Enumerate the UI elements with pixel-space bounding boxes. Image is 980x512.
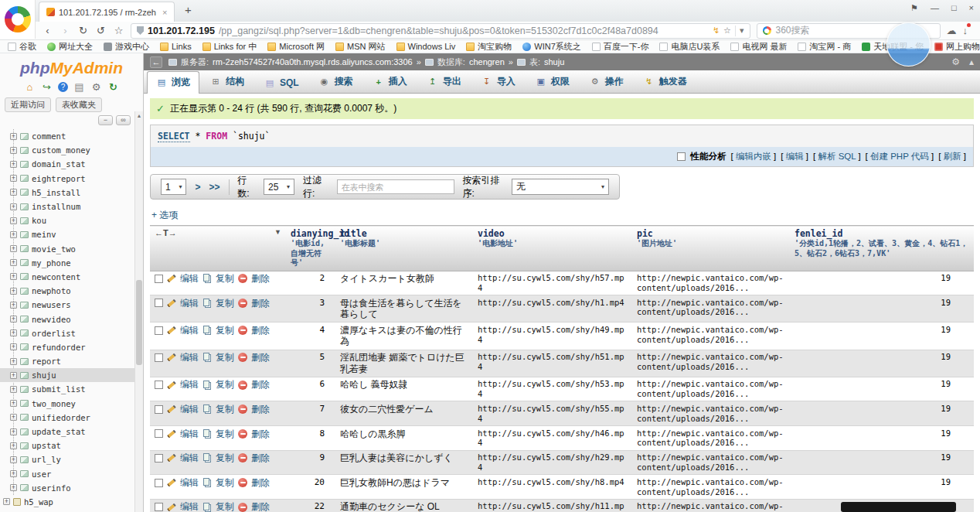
delete-link[interactable]: 删除 (251, 428, 270, 440)
edit-link[interactable]: 编辑 (180, 325, 199, 336)
expand-icon[interactable] (10, 470, 17, 477)
table-name[interactable]: kou (32, 216, 46, 225)
bookmark-item[interactable]: 网址大全 (47, 41, 93, 53)
sidebar-table-item[interactable]: newvideo (0, 312, 143, 326)
expand-icon[interactable] (10, 259, 17, 266)
table-name[interactable]: two_money (32, 399, 76, 408)
pma-tab[interactable]: 导入 (472, 70, 525, 93)
scroll-up-icon[interactable]: ▲ (135, 111, 143, 118)
browser-float-ball[interactable] (886, 22, 931, 67)
collapse-all-button[interactable]: − (98, 115, 113, 125)
edit-link[interactable]: 编辑 (180, 298, 199, 309)
sidebar-table-item[interactable]: unifiedorder (0, 411, 143, 425)
expand-icon[interactable] (3, 498, 10, 505)
expand-icon[interactable] (10, 203, 17, 210)
skin-icon[interactable]: ⚑ (910, 3, 918, 13)
table-name[interactable]: newvideo (32, 315, 71, 324)
bookmark-item[interactable]: 网上购物 为 (934, 41, 980, 53)
bookmark-item[interactable]: Links for 中 (202, 41, 257, 53)
column-header[interactable]: dianying_id '电影id, 自增无符号' (286, 226, 335, 271)
sort-select[interactable]: 无▾ (512, 179, 609, 195)
column-order-control[interactable]: ←T→ (155, 228, 177, 237)
expand-icon[interactable] (10, 484, 17, 491)
row-checkbox[interactable] (155, 275, 163, 283)
logout-icon[interactable] (41, 81, 53, 93)
last-page-link[interactable]: >> (209, 182, 220, 193)
sidebar-table-item[interactable]: orderlist (0, 326, 143, 340)
bookmark-item[interactable]: Links (160, 42, 192, 51)
sidebar-scrollbar[interactable]: ▲ (134, 111, 143, 512)
home-icon[interactable] (24, 81, 36, 93)
sidebar-table-item[interactable]: newusers (0, 298, 143, 312)
bookmark-item[interactable]: WIN7系统之 (522, 41, 581, 53)
copy-link[interactable]: 复制 (216, 273, 234, 285)
pma-tab[interactable]: 插入 (364, 70, 417, 93)
sql-action-link[interactable]: 刷新 (938, 151, 966, 162)
delete-link[interactable]: 删除 (251, 452, 270, 464)
next-page-link[interactable]: > (195, 182, 200, 193)
sql-action-link[interactable]: 解析 SQL (813, 151, 861, 162)
database-name[interactable]: chengren (469, 57, 505, 67)
table-name[interactable]: report (32, 357, 61, 366)
delete-link[interactable]: 删除 (251, 501, 270, 512)
table-name[interactable]: comment (32, 131, 66, 141)
sidebar-table-item[interactable]: h5_install (0, 186, 143, 200)
sidebar-table-item[interactable]: user (0, 467, 143, 481)
row-checkbox[interactable] (155, 326, 163, 335)
delete-link[interactable]: 删除 (251, 352, 270, 364)
profiling-checkbox[interactable] (677, 152, 686, 161)
row-checkbox[interactable] (155, 503, 163, 511)
row-checkbox[interactable] (155, 381, 163, 389)
pma-tab[interactable]: 结构 (201, 70, 254, 93)
sidebar-table-item[interactable]: submit_list (0, 382, 143, 396)
sidebar-table-item[interactable]: userinfo (0, 481, 143, 495)
sidebar-table-item[interactable]: newphoto (0, 284, 143, 298)
sidebar-tab[interactable]: 表收藏夹 (56, 97, 102, 112)
sidebar-table-item[interactable]: report (0, 354, 143, 368)
back-button[interactable]: ‹ (42, 25, 53, 36)
expand-icon[interactable] (10, 414, 17, 421)
column-header[interactable]: pic '图片地址' (632, 226, 790, 271)
table-name[interactable]: userinfo (32, 483, 71, 493)
settings-icon[interactable] (90, 81, 102, 93)
new-tab-button[interactable]: + (185, 0, 192, 20)
reload-navigation-icon[interactable] (107, 81, 119, 93)
sql-select-keyword[interactable]: SELECT (158, 131, 190, 142)
sidebar-table-item[interactable]: movie_two (0, 242, 143, 256)
back-arrow-button[interactable]: ← (150, 56, 162, 68)
address-bar[interactable]: 101.201.72.195 /pp_gangzi/sql.php?server… (131, 23, 750, 39)
column-header[interactable]: fenlei_id '分类id,1轮播，2、试看、3、黄金，4、钻石1，5、钻石… (790, 226, 974, 271)
cloud-sync-icon[interactable]: ☁ (947, 25, 957, 36)
expand-icon[interactable] (10, 217, 17, 224)
server-name[interactable]: rm-2zeh574527r40a0th.mysql.rds.aliyuncs.… (213, 57, 413, 67)
table-name[interactable]: movie_two (32, 244, 76, 254)
copy-link[interactable]: 复制 (216, 452, 234, 464)
expand-icon[interactable] (10, 133, 17, 140)
sidebar-table-item[interactable]: my_phone (0, 256, 143, 270)
sidebar-tab[interactable]: 近期访问 (5, 97, 51, 112)
favorite-star-button[interactable]: ☆ (113, 25, 124, 36)
column-name[interactable]: pic (637, 228, 785, 239)
expand-icon[interactable] (10, 245, 17, 252)
table-name[interactable]: update_stat (32, 427, 86, 436)
edit-link[interactable]: 编辑 (180, 352, 199, 364)
table-name[interactable]: newphoto (32, 286, 71, 295)
expand-icon[interactable] (10, 273, 17, 280)
sidebar-database-item[interactable]: information_schema (0, 509, 143, 512)
copy-link[interactable]: 复制 (216, 352, 234, 364)
table-name[interactable]: h5_install (32, 188, 80, 197)
url-dropdown-icon[interactable]: ▾ (740, 26, 744, 36)
copy-link[interactable]: 复制 (216, 379, 234, 391)
edit-link[interactable]: 编辑 (180, 428, 199, 440)
table-name[interactable]: unifiedorder (32, 413, 90, 422)
pma-tab[interactable]: 操作 (580, 70, 633, 93)
bookmark-item[interactable]: Microsoft 网 (267, 41, 325, 53)
sidebar-table-item[interactable]: installnum (0, 200, 143, 213)
options-toggle-link[interactable]: + 选项 (151, 209, 178, 222)
sidebar-table-item[interactable]: meinv (0, 227, 143, 241)
browser-logo[interactable] (0, 0, 36, 39)
database-name[interactable]: h5_wap (24, 497, 53, 507)
table-name[interactable]: user (32, 469, 51, 479)
expand-icon[interactable] (10, 400, 17, 407)
table-name[interactable]: shuju (32, 370, 56, 380)
